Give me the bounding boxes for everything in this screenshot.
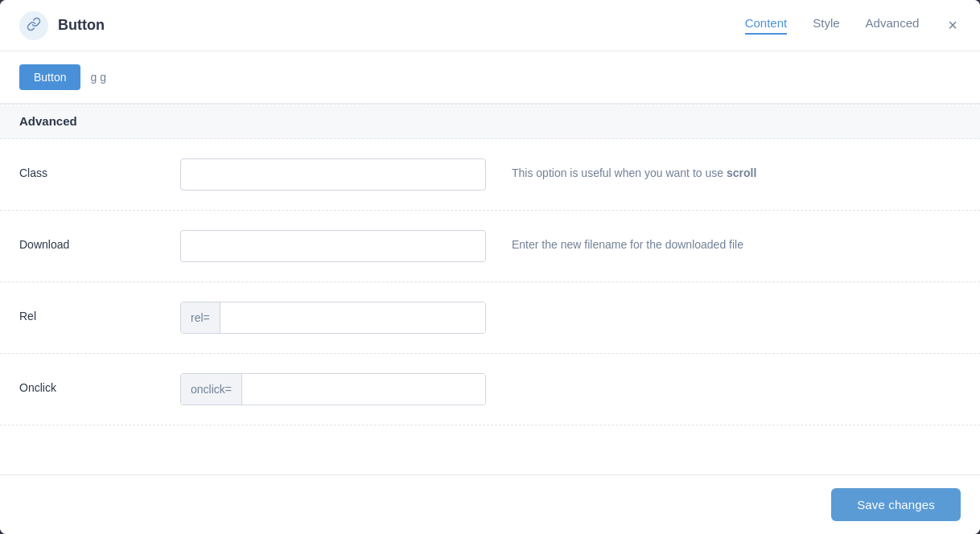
- field-download: Download Enter the new filename for the …: [0, 211, 980, 282]
- section-advanced-title: Advanced: [19, 114, 77, 128]
- download-input-wrap: [180, 230, 486, 262]
- preview-label: g g: [90, 71, 105, 84]
- rel-input[interactable]: [220, 302, 485, 333]
- header-tabs: Content Style Advanced: [745, 16, 920, 35]
- close-button[interactable]: ×: [945, 13, 961, 38]
- section-advanced: Advanced: [0, 104, 980, 139]
- onclick-input[interactable]: [242, 374, 485, 405]
- rel-prefix: rel=: [181, 302, 220, 333]
- class-hint: This option is useful when you want to u…: [512, 158, 961, 179]
- modal: Button Content Style Advanced × Button g…: [0, 0, 980, 534]
- link-icon: [27, 17, 41, 35]
- onclick-prefix: onclick=: [181, 374, 242, 405]
- class-input-wrap: [180, 158, 486, 191]
- field-class: Class This option is useful when you wan…: [0, 139, 980, 211]
- rel-input-wrap: rel=: [180, 302, 486, 334]
- field-rel: Rel rel=: [0, 282, 980, 354]
- tab-style[interactable]: Style: [813, 16, 839, 35]
- onclick-prefix-wrap: onclick=: [180, 373, 486, 405]
- onclick-input-wrap: onclick=: [180, 373, 486, 405]
- rel-prefix-wrap: rel=: [180, 302, 486, 334]
- modal-header: Button Content Style Advanced ×: [0, 0, 980, 51]
- label-rel: Rel: [19, 302, 180, 322]
- save-button[interactable]: Save changes: [831, 488, 961, 521]
- label-onclick: Onclick: [19, 373, 180, 394]
- modal-footer: Save changes: [0, 474, 980, 534]
- field-onclick: Onclick onclick=: [0, 354, 980, 425]
- preview-area: Button g g: [0, 51, 980, 104]
- modal-icon-wrap: [19, 11, 48, 40]
- class-input[interactable]: [180, 158, 486, 191]
- label-class: Class: [19, 158, 180, 179]
- modal-body: Button g g Advanced Class This option is…: [0, 51, 980, 474]
- tab-advanced[interactable]: Advanced: [866, 16, 920, 35]
- download-input[interactable]: [180, 230, 486, 262]
- tab-content[interactable]: Content: [745, 16, 788, 35]
- label-download: Download: [19, 230, 180, 251]
- modal-title: Button: [58, 17, 745, 34]
- download-hint: Enter the new filename for the downloade…: [512, 230, 961, 251]
- preview-button[interactable]: Button: [19, 64, 80, 90]
